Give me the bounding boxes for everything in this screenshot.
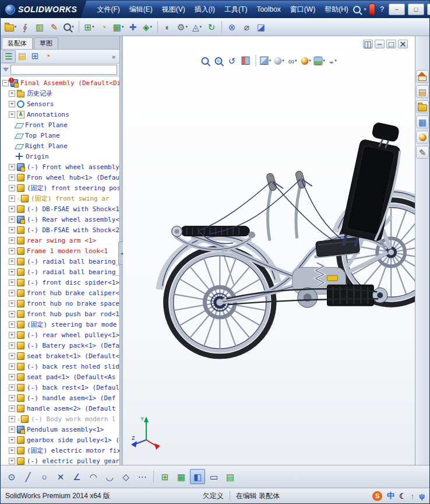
menu-2[interactable]: 编辑(E) — [125, 2, 157, 17]
expander-icon[interactable]: + — [9, 216, 15, 223]
menu-7[interactable]: 窗口(W) — [286, 2, 320, 17]
configurationmanager-tab[interactable]: ⊞ — [29, 50, 41, 62]
tree-item[interactable]: +front hub push bar rod<1 — [2, 309, 119, 319]
menu-4[interactable]: 插入(I) — [190, 2, 220, 17]
snap-points[interactable]: ⊙ — [4, 469, 19, 484]
menu-1[interactable]: 文件(F) — [92, 2, 124, 17]
displaymanager-tab[interactable]: ◔ — [41, 50, 54, 62]
snap-tangent[interactable]: ◡ — [102, 469, 117, 484]
expander-icon[interactable]: + — [9, 101, 15, 107]
expander-icon[interactable]: + — [9, 416, 15, 422]
grid-display[interactable]: ▦ — [174, 469, 189, 484]
tree-item[interactable]: +front hub no brake space — [2, 298, 119, 309]
tree-item[interactable]: +⚠(-) Body work modern l — [2, 414, 119, 424]
solidworks-agent[interactable]: S — [372, 491, 382, 501]
expander-icon[interactable]: + — [9, 300, 15, 307]
tree-item[interactable]: +Sensors — [2, 99, 119, 109]
edit-component[interactable]: ✎ — [47, 20, 61, 34]
mate[interactable]: ◔ — [97, 20, 111, 34]
expander-icon[interactable]: + — [9, 437, 15, 443]
tree-item[interactable]: +历史记录 — [2, 88, 119, 99]
tree-item[interactable]: +⚠(固定) front swing ar — [2, 193, 119, 204]
tree-item[interactable]: +(-) handle asem<1> (Def — [2, 393, 119, 403]
close-button[interactable]: ✕ — [427, 4, 430, 15]
hand-levers[interactable] — [266, 170, 312, 241]
expander-icon[interactable]: + — [9, 405, 15, 412]
bom-table[interactable]: ▥ — [33, 20, 47, 34]
open-document[interactable]: ▾ — [3, 20, 17, 34]
tree-item[interactable]: −!Final Assembly (Default<Di — [2, 78, 119, 88]
tree-item[interactable]: +(-) back rest holed slid — [2, 361, 119, 372]
expander-icon[interactable]: + — [9, 426, 15, 433]
resources-badge[interactable] — [369, 4, 375, 15]
tree-item[interactable]: +rear swing arm <1> — [2, 235, 119, 246]
expander-icon[interactable]: + — [9, 363, 15, 370]
expander-icon[interactable]: + — [9, 185, 15, 191]
expander-icon[interactable]: + — [9, 248, 15, 254]
tab-assembly[interactable]: 装配体 — [2, 37, 33, 49]
tree-item[interactable]: +(-) DB-FSAE with Shock<2 — [2, 225, 119, 235]
ime-trident[interactable]: ψ — [419, 492, 425, 501]
insert-component[interactable]: ⊞▾ — [82, 20, 96, 34]
orientation-triad[interactable]: Y Z — [131, 414, 164, 453]
expander-icon[interactable]: + — [9, 332, 15, 338]
solidworks-resources[interactable] — [416, 70, 429, 83]
expander-icon[interactable]: + — [9, 111, 15, 118]
expander-icon[interactable]: + — [9, 227, 15, 233]
tree-item[interactable]: +(-) radial ball bearing_68 — [2, 256, 119, 267]
graphics-area[interactable]: ◫−□✕ ↺▾▾∞▾▾▾◒▾ — [123, 36, 415, 465]
attachments[interactable]: ∮ — [18, 20, 32, 34]
measure[interactable]: ⌀ — [239, 20, 253, 34]
menu-6[interactable]: Toolbox — [252, 3, 285, 16]
ime-chinese[interactable]: 中 — [387, 491, 394, 501]
expander-icon[interactable]: + — [9, 258, 15, 265]
section-tool[interactable]: ◪ — [254, 20, 268, 34]
motion-study[interactable]: ↻ — [205, 20, 218, 34]
menu-5[interactable]: 工具(T) — [220, 2, 252, 17]
tree-item[interactable]: Origin — [2, 151, 119, 162]
tree-item[interactable]: +(-) back rest<1> (Defaul — [2, 382, 119, 393]
ime-arrow[interactable]: ↑ — [411, 492, 415, 501]
expander-icon[interactable]: + — [9, 237, 15, 244]
expander-icon[interactable]: + — [9, 458, 15, 464]
expander-icon[interactable]: + — [9, 90, 15, 97]
tree-item[interactable]: +(-) Rear wheel assembly< — [2, 214, 119, 225]
expander-icon[interactable]: + — [9, 447, 15, 454]
tree-item[interactable]: +(固定) electric motor fix — [2, 445, 119, 456]
expander-icon[interactable]: + — [9, 206, 15, 212]
expander-icon[interactable]: − — [2, 80, 9, 86]
more-snaps[interactable]: ⋯ — [135, 469, 150, 484]
appearances-scenes[interactable] — [416, 131, 429, 144]
linear-component-pattern[interactable]: ▦▾ — [111, 20, 125, 34]
shaded-sketch-contours[interactable]: ◧ — [190, 469, 205, 484]
tree-item[interactable]: +seat pad<1> (Default<As — [2, 372, 119, 382]
menu-8[interactable]: 帮助(H) — [320, 2, 353, 17]
smart-fasteners[interactable]: ✚ — [126, 20, 140, 34]
minimize-button[interactable]: − — [389, 4, 405, 15]
file-explorer[interactable] — [416, 100, 429, 113]
trike-model[interactable] — [123, 36, 415, 465]
tree-item[interactable]: Top Plane — [2, 130, 119, 141]
tree-item[interactable]: +(-) front disc spider<1> — [2, 277, 119, 288]
expander-icon[interactable]: + — [9, 384, 15, 391]
view-palette[interactable]: ▦ — [416, 116, 429, 128]
tree-item[interactable]: +(-) rear wheel pulley<1> — [2, 330, 119, 340]
tree-item[interactable]: +(-) Front wheel assembly< — [2, 162, 119, 172]
expander-icon[interactable]: + — [9, 395, 15, 401]
expander-icon[interactable]: + — [9, 290, 15, 296]
snap-angle[interactable]: ∠ — [69, 469, 84, 484]
rectangle-snap[interactable]: ▭ — [206, 469, 221, 484]
grid-settings[interactable]: ⊞ — [157, 469, 172, 484]
tree-item[interactable]: +(-) DB-FSAE with Shock<1 — [2, 204, 119, 214]
find-modify[interactable]: ▾ — [62, 20, 76, 34]
tree-item[interactable]: +(-) electric pulley gear b — [2, 456, 119, 465]
tree-item[interactable]: +front hub brake caliper< — [2, 288, 119, 298]
interference-detection[interactable]: ⊗ — [225, 20, 239, 34]
help-icon[interactable]: ? — [378, 5, 386, 13]
tree-item[interactable]: +(-) radial ball bearing_68 — [2, 267, 119, 277]
tree-item[interactable]: Front Plane — [2, 120, 119, 130]
tree-item[interactable]: +(固定) front steering pos — [2, 183, 119, 193]
expander-icon[interactable]: + — [9, 164, 15, 170]
tree-item[interactable]: Right Plane — [2, 141, 119, 151]
expander-icon[interactable]: + — [9, 195, 15, 202]
